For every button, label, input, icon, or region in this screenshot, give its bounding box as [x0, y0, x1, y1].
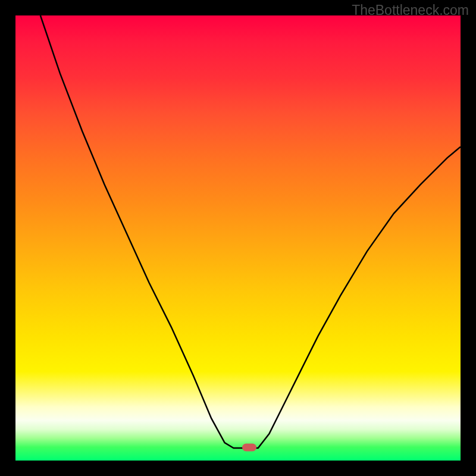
watermark-text: TheBottleneck.com — [352, 2, 469, 18]
chart-frame — [15, 15, 461, 461]
optimal-point-marker — [242, 443, 256, 451]
performance-curve — [15, 15, 461, 461]
